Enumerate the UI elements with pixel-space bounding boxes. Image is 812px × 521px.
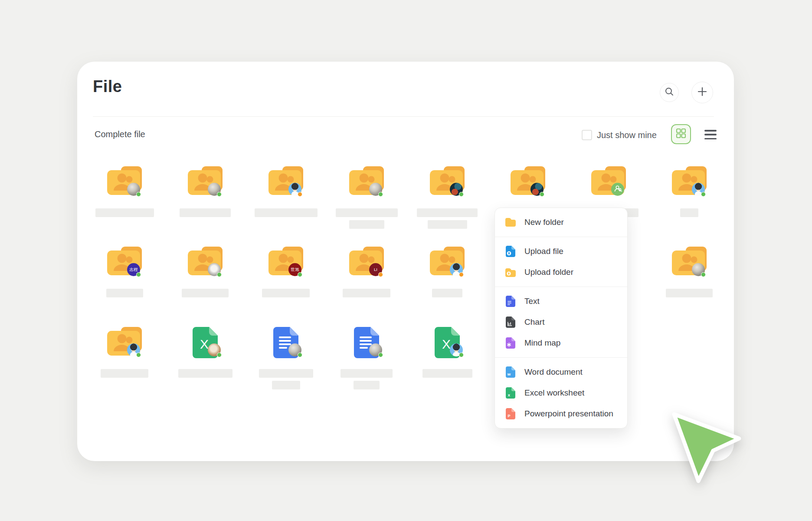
just-show-mine-checkbox[interactable] <box>582 130 592 140</box>
owner-avatar <box>369 343 382 356</box>
file-name-placeholder <box>341 369 393 378</box>
menu-item-word-document[interactable]: w Word document <box>495 362 627 383</box>
owner-avatar <box>127 343 140 356</box>
chart-file-icon <box>505 317 516 328</box>
shared-folder-item[interactable] <box>407 166 488 247</box>
new-folder-icon <box>505 218 516 227</box>
file-grid-row <box>84 166 730 247</box>
search-button[interactable] <box>660 83 679 102</box>
file-name-placeholder <box>106 289 143 297</box>
owner-avatar <box>530 183 544 196</box>
status-dot <box>459 192 464 197</box>
share-badge <box>611 183 624 196</box>
status-dot <box>378 192 383 197</box>
shared-folder-item[interactable] <box>407 247 488 327</box>
status-dot <box>701 272 706 277</box>
grid-view-icon <box>676 128 686 140</box>
svg-text:w: w <box>507 372 511 376</box>
list-view-icon <box>704 130 717 132</box>
file-name-placeholder <box>432 289 462 297</box>
status-dot <box>459 353 464 357</box>
file-name-placeholder <box>259 369 313 378</box>
just-show-mine-label[interactable]: Just show mine <box>597 130 657 140</box>
svg-text:X: X <box>200 337 209 351</box>
add-button[interactable] <box>691 82 713 103</box>
file-grid-row: X X <box>84 327 730 407</box>
doc-file-item[interactable] <box>326 327 407 407</box>
shared-folder-item[interactable] <box>326 166 407 247</box>
shared-folder-item[interactable]: 志程 <box>84 247 165 327</box>
desktop-background: { "header": { "title": "File", "search_i… <box>0 0 812 521</box>
status-dot <box>217 272 222 277</box>
ppt-file-icon: P <box>505 408 516 419</box>
upload-folder-icon <box>505 268 516 277</box>
owner-avatar: 志程 <box>127 263 140 276</box>
owner-avatar <box>692 183 705 196</box>
file-name-placeholder <box>422 369 472 378</box>
file-name-placeholder <box>349 220 384 229</box>
file-name-placeholder <box>272 381 300 389</box>
excel-file-item[interactable]: X <box>407 327 488 407</box>
list-view-button[interactable] <box>704 129 717 140</box>
status-dot <box>136 192 141 197</box>
menu-item-upload-folder[interactable]: Upload folder <box>495 262 627 283</box>
shared-folder-item[interactable] <box>165 247 246 327</box>
file-name-placeholder <box>428 220 467 229</box>
file-grid: 志程 世旭 LI <box>84 166 730 407</box>
page-title: File <box>93 77 122 96</box>
status-dot <box>701 192 706 197</box>
excel-file-item[interactable]: X <box>165 327 246 407</box>
upload-file-icon <box>505 246 516 257</box>
owner-avatar: LI <box>369 263 382 276</box>
shared-folder-item[interactable]: LI <box>326 247 407 327</box>
file-manager-card: File Complete file Just show mine <box>77 62 734 461</box>
mind-map-icon <box>505 337 516 349</box>
shared-folder-item[interactable] <box>84 166 165 247</box>
shared-folder-item[interactable] <box>649 247 730 327</box>
header-divider <box>93 116 714 117</box>
grid-view-button[interactable] <box>671 124 691 144</box>
shared-folder-item[interactable] <box>246 166 326 247</box>
status-dot <box>378 272 383 277</box>
shared-folder-item[interactable]: 世旭 <box>246 247 326 327</box>
file-name-placeholder <box>354 381 380 389</box>
status-dot <box>217 353 222 357</box>
svg-text:P: P <box>508 414 510 418</box>
menu-item-new-folder[interactable]: New folder <box>495 212 627 233</box>
menu-item-mind-map[interactable]: Mind map <box>495 333 627 353</box>
file-name-placeholder <box>666 289 713 297</box>
owner-avatar <box>450 183 463 196</box>
file-name-placeholder <box>262 289 310 297</box>
file-name-placeholder <box>95 208 154 217</box>
shared-folder-item[interactable] <box>165 166 246 247</box>
file-name-placeholder <box>417 208 478 217</box>
menu-item-excel-worksheet[interactable]: x Excel worksheet <box>495 383 627 403</box>
owner-avatar <box>208 343 221 356</box>
owner-avatar <box>369 183 382 196</box>
owner-avatar <box>288 183 301 196</box>
file-name-placeholder <box>343 289 390 297</box>
owner-avatar <box>450 263 463 276</box>
status-dot <box>298 272 302 277</box>
context-menu: New folder Upload file Upload folder Tex… <box>494 208 628 429</box>
file-name-placeholder <box>255 208 318 217</box>
doc-file-item[interactable] <box>246 327 326 407</box>
shared-folder-item[interactable] <box>84 327 165 407</box>
owner-avatar <box>208 183 221 196</box>
owner-avatar <box>450 343 463 356</box>
menu-item-text[interactable]: Text <box>495 291 627 312</box>
status-dot <box>136 272 141 277</box>
word-file-icon: w <box>505 366 516 378</box>
svg-text:X: X <box>442 337 451 351</box>
plus-icon <box>697 87 707 98</box>
menu-item-upload-file[interactable]: Upload file <box>495 241 627 262</box>
owner-avatar <box>208 263 221 276</box>
file-name-placeholder <box>680 208 698 217</box>
file-name-placeholder <box>180 208 231 217</box>
menu-item-chart[interactable]: Chart <box>495 312 627 333</box>
status-dot <box>378 353 383 357</box>
menu-item-powerpoint-presentation[interactable]: P Powerpoint presentation <box>495 403 627 424</box>
shared-folder-item[interactable] <box>649 166 730 247</box>
section-label: Complete file <box>95 129 145 139</box>
owner-avatar <box>127 183 140 196</box>
